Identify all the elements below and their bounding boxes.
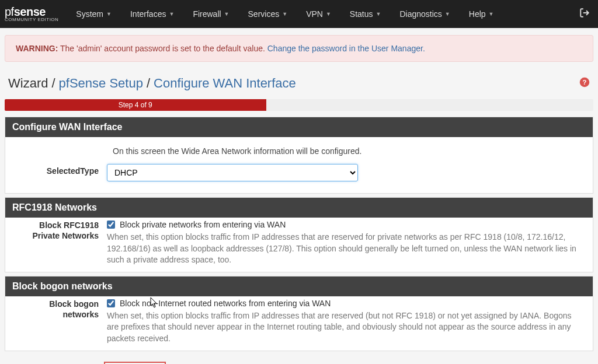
rfc1918-label: Block RFC1918 Private Networks: [13, 220, 107, 241]
top-navbar: pfsense COMMUNITY EDITION System▼ Interf…: [0, 0, 598, 28]
help-icon[interactable]: ?: [579, 77, 590, 90]
nav-vpn[interactable]: VPN▼: [297, 1, 340, 27]
nav-interfaces[interactable]: Interfaces▼: [121, 1, 183, 27]
logo[interactable]: pfsense COMMUNITY EDITION: [5, 6, 67, 22]
panel-rfc1918: RFC1918 Networks Block RFC1918 Private N…: [5, 197, 593, 272]
panel-bogon: Block bogon networks Block bogon network…: [5, 276, 593, 351]
progress-fill: Step 4 of 9: [5, 99, 266, 111]
rfc1918-checkbox-text: Block private networks from entering via…: [120, 220, 286, 229]
nav-help[interactable]: Help▼: [460, 1, 503, 27]
warning-alert: WARNING: The 'admin' account password is…: [5, 35, 593, 62]
bogon-checkbox-text: Block non-Internet routed networks from …: [120, 299, 331, 308]
panel-title: Configure WAN Interface: [5, 117, 593, 137]
chevron-down-icon: ▼: [489, 11, 494, 17]
breadcrumb-sep: /: [147, 76, 150, 91]
alert-link[interactable]: Change the password in the User Manager.: [267, 44, 425, 53]
bogon-checkbox[interactable]: [107, 299, 115, 307]
nav-items: System▼ Interfaces▼ Firewall▼ Services▼ …: [67, 1, 579, 27]
breadcrumb-sep: /: [51, 76, 55, 91]
progress-label: Step 4 of 9: [119, 101, 152, 109]
svg-text:?: ?: [583, 78, 587, 85]
selectedtype-label: SelectedType: [13, 164, 107, 176]
bogon-label: Block bogon networks: [13, 299, 107, 320]
chevron-down-icon: ▼: [169, 11, 174, 17]
chevron-down-icon: ▼: [106, 11, 112, 17]
nav-status[interactable]: Status▼: [340, 1, 391, 27]
nav-firewall[interactable]: Firewall▼: [183, 1, 238, 27]
alert-text: The 'admin' account password is set to t…: [58, 44, 267, 53]
panel-title: RFC1918 Networks: [5, 198, 593, 218]
breadcrumb-mid[interactable]: pfSense Setup: [59, 76, 143, 91]
nav-services[interactable]: Services▼: [239, 1, 297, 27]
logout-icon[interactable]: [579, 8, 593, 21]
selectedtype-select[interactable]: DHCP: [107, 164, 358, 181]
breadcrumb: Wizard / pfSense Setup / Configure WAN I…: [2, 71, 596, 99]
bogon-help: When set, this option blocks traffic fro…: [107, 310, 585, 345]
rfc1918-help: When set, this option blocks traffic fro…: [107, 232, 585, 266]
chevron-down-icon: ▼: [282, 11, 287, 17]
panel-title: Block bogon networks: [5, 276, 593, 296]
breadcrumb-leaf[interactable]: Configure WAN Interface: [154, 76, 296, 91]
chevron-down-icon: ▼: [224, 11, 230, 17]
button-row: ❯❯ Next: [2, 355, 596, 364]
panel-description: On this screen the Wide Area Network inf…: [13, 143, 585, 164]
chevron-down-icon: ▼: [376, 11, 381, 17]
progress-bar: Step 4 of 9: [5, 99, 593, 111]
nav-diagnostics[interactable]: Diagnostics▼: [390, 1, 459, 27]
chevron-down-icon: ▼: [326, 11, 331, 17]
logo-pf: pf: [5, 5, 14, 18]
chevron-down-icon: ▼: [445, 11, 450, 17]
logo-sense: sense: [14, 5, 46, 18]
alert-prefix: WARNING:: [16, 44, 58, 53]
nav-system[interactable]: System▼: [67, 1, 121, 27]
rfc1918-checkbox[interactable]: [107, 220, 115, 229]
breadcrumb-root: Wizard: [8, 76, 48, 91]
next-highlight: ❯❯ Next: [104, 362, 166, 364]
logo-subtitle: COMMUNITY EDITION: [5, 18, 58, 22]
panel-configure-wan: Configure WAN Interface On this screen t…: [5, 117, 593, 194]
